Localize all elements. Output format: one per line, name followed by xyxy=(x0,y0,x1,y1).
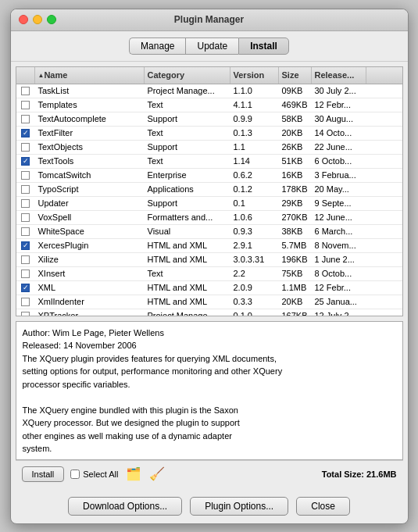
row-release: 30 July 2... xyxy=(312,84,366,98)
desc-line5: processor specific variables. xyxy=(23,378,396,391)
row-checkbox[interactable] xyxy=(21,115,30,123)
row-checkbox[interactable] xyxy=(21,213,30,222)
tab-update[interactable]: Update xyxy=(185,37,238,55)
table-row[interactable]: TomcatSwitchEnterprise0.6.216KB3 Februa.… xyxy=(16,169,402,183)
desc-line9: other engines as well making use of a dy… xyxy=(23,430,396,443)
row-release: 20 May... xyxy=(312,183,366,196)
row-checkbox[interactable] xyxy=(21,143,30,152)
close-button-footer[interactable]: Close xyxy=(296,497,350,516)
row-checkbox-cell xyxy=(16,183,35,196)
th-release[interactable]: Release... xyxy=(312,67,366,84)
desc-line8: XQuery processor. But we designed the pl… xyxy=(23,416,396,430)
row-release: 22 June... xyxy=(312,141,366,154)
row-name: XercesPlugin xyxy=(35,239,145,252)
th-size[interactable]: Size xyxy=(279,67,312,84)
table-row[interactable]: XilizeHTML and XML3.0.3.31196KB1 June 2.… xyxy=(16,253,402,267)
row-checkbox[interactable] xyxy=(21,87,30,95)
table-row[interactable]: ✓TextToolsText1.1451KB6 Octob... xyxy=(16,155,402,169)
row-version: 1.0.6 xyxy=(230,211,279,224)
row-name: XInsert xyxy=(35,267,145,280)
close-button[interactable] xyxy=(19,15,28,24)
row-name: Templates xyxy=(35,98,145,112)
row-checkbox[interactable] xyxy=(21,255,30,264)
row-release: 30 Augu... xyxy=(312,112,366,126)
row-release: 6 Octob... xyxy=(312,155,366,168)
row-size: 75KB xyxy=(279,267,312,280)
table-row[interactable]: TextObjectsSupport1.126KB22 June... xyxy=(16,141,402,155)
row-version: 3.0.3.31 xyxy=(230,253,279,266)
row-checkbox[interactable]: ✓ xyxy=(21,241,30,250)
row-category: Applications xyxy=(145,183,230,196)
table-header: Name Category Version Size Release... xyxy=(16,67,402,84)
minimize-button[interactable] xyxy=(33,15,42,24)
row-size: 1.1MB xyxy=(279,281,312,295)
row-version: 2.2 xyxy=(230,267,279,280)
row-size: 16KB xyxy=(279,169,312,182)
row-release: 12 June... xyxy=(312,211,366,224)
row-name: Updater xyxy=(35,197,145,210)
row-version: 0.1.3 xyxy=(230,127,279,140)
install-button[interactable]: Install xyxy=(22,466,65,482)
row-checkbox-cell xyxy=(16,267,35,280)
select-all-checkbox[interactable] xyxy=(70,470,80,479)
row-checkbox-cell xyxy=(16,295,35,309)
row-checkbox[interactable]: ✓ xyxy=(21,129,30,137)
broom-icon[interactable]: 🧹 xyxy=(148,466,166,483)
th-category[interactable]: Category xyxy=(145,67,230,84)
row-version: 1.1.0 xyxy=(230,84,279,98)
total-size: Total Size: 21.6MB xyxy=(322,470,397,479)
table-row[interactable]: TypoScriptApplications0.1.2178KB20 May..… xyxy=(16,183,402,197)
download-options-button[interactable]: Download Options... xyxy=(68,497,182,516)
table-row[interactable]: XPTrackerProject Manage...0.1.0167KB12 J… xyxy=(16,309,402,316)
row-version: 0.1 xyxy=(230,197,279,210)
table-row[interactable]: VoxSpellFormatters and...1.0.6270KB12 Ju… xyxy=(16,211,402,225)
row-name: TomcatSwitch xyxy=(35,169,145,182)
row-name: TypoScript xyxy=(35,183,145,196)
row-checkbox[interactable] xyxy=(21,227,30,236)
row-category: Enterprise xyxy=(145,169,230,182)
row-size: 270KB xyxy=(279,211,312,224)
row-release: 8 Novem... xyxy=(312,239,366,252)
folder-icon[interactable]: 🗂️ xyxy=(125,466,142,483)
row-checkbox-cell xyxy=(16,98,35,112)
table-row[interactable]: ✓XercesPluginHTML and XML2.9.15.7MB8 Nov… xyxy=(16,239,402,253)
desc-line4: setting options for output, performance … xyxy=(23,365,396,378)
row-checkbox[interactable] xyxy=(21,199,30,208)
table-row[interactable]: TemplatesText4.1.1469KB12 Febr... xyxy=(16,98,402,112)
row-category: Support xyxy=(145,197,230,210)
row-category: Formatters and... xyxy=(145,211,230,224)
tab-install[interactable]: Install xyxy=(238,37,289,55)
row-checkbox[interactable] xyxy=(21,171,30,180)
row-checkbox[interactable] xyxy=(21,101,30,109)
row-category: HTML and XML xyxy=(145,281,230,295)
tab-manage[interactable]: Manage xyxy=(129,37,185,55)
bottom-bar: Install Select All 🗂️ 🧹 Total Size: 21.6… xyxy=(16,460,403,487)
table-row[interactable]: TaskListProject Manage...1.1.009KB30 Jul… xyxy=(16,84,402,98)
row-release: 12 July 2... xyxy=(312,309,366,316)
th-version[interactable]: Version xyxy=(230,67,279,84)
row-checkbox[interactable] xyxy=(21,298,30,306)
title-bar: Plugin Manager xyxy=(11,9,408,31)
row-category: Project Manage... xyxy=(145,84,230,98)
row-category: Text xyxy=(145,155,230,168)
table-row[interactable]: XmlIndenterHTML and XML0.3.320KB25 Janua… xyxy=(16,295,402,309)
row-checkbox[interactable] xyxy=(21,270,30,278)
maximize-button[interactable] xyxy=(47,15,56,24)
row-checkbox[interactable] xyxy=(21,185,30,194)
row-size: 178KB xyxy=(279,183,312,196)
th-name[interactable]: Name xyxy=(35,67,145,84)
table-row[interactable]: UpdaterSupport0.129KB9 Septe... xyxy=(16,197,402,211)
row-checkbox[interactable] xyxy=(21,312,30,316)
table-row[interactable]: ✓XMLHTML and XML2.0.91.1MB12 Febr... xyxy=(16,281,402,295)
row-name: TextFilter xyxy=(35,127,145,140)
row-checkbox-cell xyxy=(16,112,35,126)
plugin-options-button[interactable]: Plugin Options... xyxy=(190,497,288,516)
table-row[interactable]: ✓TextFilterText0.1.320KB14 Octo... xyxy=(16,127,402,141)
table-row[interactable]: XInsertText2.275KB8 Octob... xyxy=(16,267,402,281)
table-row[interactable]: TextAutocompleteSupport0.9.958KB30 Augu.… xyxy=(16,112,402,127)
row-checkbox[interactable]: ✓ xyxy=(21,284,30,292)
row-name: TaskList xyxy=(35,84,145,98)
row-checkbox[interactable]: ✓ xyxy=(21,157,30,166)
table-row[interactable]: WhiteSpaceVisual0.9.338KB6 March... xyxy=(16,225,402,239)
row-size: 58KB xyxy=(279,112,312,126)
